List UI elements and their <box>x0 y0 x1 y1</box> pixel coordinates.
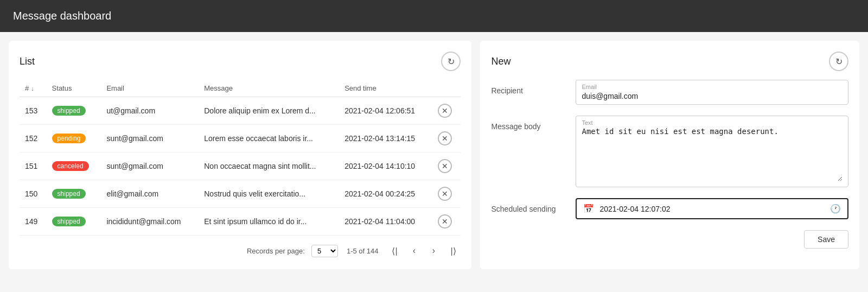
cell-status: pending <box>47 125 101 153</box>
text-floating-label: Text <box>582 119 843 126</box>
col-header-num: # <box>25 84 29 92</box>
refresh-icon-new: ↻ <box>835 56 843 67</box>
cell-send-time: 2021-02-04 00:24:25 <box>339 180 432 208</box>
status-badge: shipped <box>52 106 86 116</box>
cell-id: 153 <box>20 97 47 125</box>
status-badge: shipped <box>52 217 86 226</box>
cell-status: canceled <box>47 153 101 180</box>
prev-page-button[interactable]: ‹ <box>406 243 422 258</box>
calendar-icon: 📅 <box>583 204 594 214</box>
cell-send-time: 2021-02-04 11:04:00 <box>339 208 432 236</box>
refresh-icon: ↻ <box>448 56 455 67</box>
save-button[interactable]: Save <box>804 230 848 249</box>
cell-id: 152 <box>20 125 47 153</box>
save-row: Save <box>491 230 848 249</box>
cell-email: sunt@gmail.com <box>101 125 199 153</box>
cell-send-time: 2021-02-04 12:06:51 <box>339 97 432 125</box>
clock-icon: 🕐 <box>830 204 841 214</box>
new-panel-title: New <box>491 56 510 67</box>
top-bar: Message dashboard <box>0 0 868 32</box>
list-refresh-button[interactable]: ↻ <box>441 52 461 71</box>
delete-icon: ✕ <box>442 134 448 143</box>
cell-message: Nostrud quis velit exercitatio... <box>199 180 339 208</box>
email-field-wrapper: Email <box>576 80 848 105</box>
table-row: 150 shipped elit@gmail.com Nostrud quis … <box>20 180 461 208</box>
cell-status: shipped <box>47 208 101 236</box>
cell-delete: ✕ <box>432 97 461 125</box>
col-header-status: Status <box>47 80 101 97</box>
delete-icon: ✕ <box>442 162 448 170</box>
cell-delete: ✕ <box>432 153 461 180</box>
cell-message: Lorem esse occaecat laboris ir... <box>199 125 339 153</box>
table-row: 152 pending sunt@gmail.com Lorem esse oc… <box>20 125 461 153</box>
recipient-label: Recipient <box>491 80 567 95</box>
cell-delete: ✕ <box>432 180 461 208</box>
status-badge: canceled <box>52 161 89 171</box>
records-per-page-label: Records per page: <box>247 247 305 255</box>
list-panel: List ↻ # ↓ Status Email Message Sen <box>9 41 471 269</box>
cell-delete: ✕ <box>432 208 461 236</box>
table-row: 151 canceled sunt@gmail.com Non occaecat… <box>20 153 461 180</box>
recipient-row: Recipient Email <box>491 80 848 105</box>
sort-icon: ↓ <box>31 85 34 92</box>
text-field-wrapper: Text Amet id sit eu nisi est est magna d… <box>576 116 848 187</box>
cell-delete: ✕ <box>432 125 461 153</box>
delete-button[interactable]: ✕ <box>438 104 452 118</box>
delete-button[interactable]: ✕ <box>438 131 452 145</box>
col-header-message: Message <box>199 80 339 97</box>
status-badge: shipped <box>52 189 86 199</box>
datetime-wrapper: 📅 🕐 <box>576 198 848 219</box>
new-refresh-button[interactable]: ↻ <box>829 52 848 71</box>
page-range: 1-5 of 144 <box>347 247 379 255</box>
message-body-label: Message body <box>491 116 567 131</box>
cell-send-time: 2021-02-04 13:14:15 <box>339 125 432 153</box>
delete-button[interactable]: ✕ <box>438 159 452 173</box>
email-input[interactable] <box>582 92 843 100</box>
delete-button[interactable]: ✕ <box>438 187 452 201</box>
col-header-email: Email <box>101 80 199 97</box>
new-panel: New ↻ Recipient Email Message body Text … <box>480 41 859 269</box>
table-row: 149 shipped incididunt@gmail.com Et sint… <box>20 208 461 236</box>
new-panel-header: New ↻ <box>491 52 848 71</box>
scheduled-sending-label: Scheduled sending <box>491 198 567 213</box>
delete-icon: ✕ <box>442 217 448 226</box>
pagination: Records per page: 5 10 25 1-5 of 144 ⟨| … <box>20 243 461 258</box>
records-per-page-select[interactable]: 5 10 25 <box>311 245 338 257</box>
message-body-row: Message body Text Amet id sit eu nisi es… <box>491 116 848 187</box>
messages-table: # ↓ Status Email Message Send time 153 s… <box>20 80 461 236</box>
recipient-field: Email <box>576 80 848 105</box>
list-panel-header: List ↻ <box>20 52 461 71</box>
delete-icon: ✕ <box>442 189 448 198</box>
cell-message: Et sint ipsum ullamco id do ir... <box>199 208 339 236</box>
cell-email: sunt@gmail.com <box>101 153 199 180</box>
cell-message: Non occaecat magna sint mollit... <box>199 153 339 180</box>
first-page-button[interactable]: ⟨| <box>387 243 402 258</box>
cell-id: 149 <box>20 208 47 236</box>
scheduled-sending-field: 📅 🕐 <box>576 198 848 219</box>
next-page-button[interactable]: › <box>426 243 441 258</box>
datetime-input[interactable] <box>599 205 825 213</box>
delete-button[interactable]: ✕ <box>438 214 452 228</box>
cell-status: shipped <box>47 180 101 208</box>
cell-id: 151 <box>20 153 47 180</box>
cell-email: ut@gmail.com <box>101 97 199 125</box>
cell-id: 150 <box>20 180 47 208</box>
delete-icon: ✕ <box>442 106 448 115</box>
app-title: Message dashboard <box>13 10 111 22</box>
cell-email: incididunt@gmail.com <box>101 208 199 236</box>
status-badge: pending <box>52 134 86 143</box>
message-body-field: Text Amet id sit eu nisi est est magna d… <box>576 116 848 187</box>
scheduled-sending-row: Scheduled sending 📅 🕐 <box>491 198 848 219</box>
text-input[interactable]: Amet id sit eu nisi est est magna deseru… <box>582 127 843 181</box>
cell-send-time: 2021-02-04 14:10:10 <box>339 153 432 180</box>
email-floating-label: Email <box>582 84 843 90</box>
cell-email: elit@gmail.com <box>101 180 199 208</box>
cell-status: shipped <box>47 97 101 125</box>
table-row: 153 shipped ut@gmail.com Dolore aliquip … <box>20 97 461 125</box>
col-header-send-time: Send time <box>339 80 432 97</box>
cell-message: Dolore aliquip enim ex Lorem d... <box>199 97 339 125</box>
last-page-button[interactable]: |⟩ <box>445 243 461 258</box>
list-panel-title: List <box>20 56 35 67</box>
